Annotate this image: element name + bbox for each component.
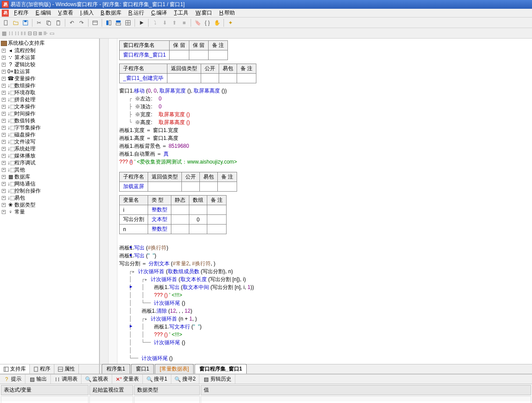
- redo-button[interactable]: ↷: [77, 18, 86, 27]
- tb2-btn9[interactable]: ⊪: [43, 30, 48, 36]
- expander-icon[interactable]: +: [2, 105, 6, 109]
- btab-search1[interactable]: 🔍搜寻1: [143, 374, 171, 384]
- code-line[interactable]: │ └── 计次循环尾 (): [119, 339, 530, 346]
- code-line[interactable]: │ │ 画板1.写出 (取文本中间 (写出分割 [n], i, 1)): [119, 283, 530, 291]
- expander-icon[interactable]: +: [2, 182, 6, 186]
- expander-icon[interactable]: +: [2, 161, 6, 165]
- tree-node[interactable]: +↓⬚文件读写: [1, 138, 98, 145]
- code-line[interactable]: 画板1.高度 ＝ 窗口1.高度: [119, 134, 530, 142]
- menu-window[interactable]: W.窗口: [192, 8, 216, 18]
- tb2-btn8[interactable]: ≣: [38, 30, 43, 36]
- expander-icon[interactable]: +: [2, 210, 6, 214]
- expander-icon[interactable]: +: [2, 140, 6, 144]
- expander-icon[interactable]: +: [2, 112, 6, 116]
- menu-help[interactable]: H.帮助: [216, 8, 238, 18]
- watch-table[interactable]: 表达式/变量 起始监视位置 数据类型 值: [0, 384, 532, 403]
- tree-node[interactable]: +❀数据类型: [1, 201, 98, 208]
- btab-clipboard[interactable]: ▤剪辑历史: [199, 374, 235, 384]
- tree-root[interactable]: 系统核心支持库: [1, 39, 98, 47]
- layout2-button[interactable]: [114, 18, 123, 27]
- tb2-btn4[interactable]: ⫴: [21, 30, 23, 36]
- tree-node[interactable]: +♀常量: [1, 208, 98, 215]
- tree-node[interactable]: +↓⬚数组操作: [1, 82, 98, 89]
- tree-node[interactable]: +▦数据库: [1, 173, 98, 180]
- window-button[interactable]: [91, 18, 99, 27]
- expander-icon[interactable]: +: [2, 98, 6, 102]
- table-row[interactable]: 加载蓝屏: [120, 182, 237, 192]
- code-line[interactable]: ┌▸ 计次循环首 (取数组成员数 (写出分割), n): [119, 267, 530, 275]
- expander-icon[interactable]: +: [2, 154, 6, 158]
- code-line[interactable]: │ ┌▸ 计次循环首 (n + 1, ): [119, 315, 530, 323]
- tree-node[interactable]: +☎变量操作: [1, 75, 98, 82]
- menu-insert[interactable]: I.插入: [77, 8, 97, 18]
- btab-output[interactable]: ▤输出: [25, 374, 51, 384]
- expander-icon[interactable]: +: [2, 126, 6, 130]
- btab-callstack[interactable]: ⫶⫶调用表: [51, 374, 82, 384]
- code-line[interactable]: 窗口1.移动 (0, 0, 取屏幕宽度 (), 取屏幕高度 ()): [119, 87, 530, 95]
- tree-node[interactable]: +↓⬚字节集操作: [1, 124, 98, 131]
- tree-node[interactable]: +↓⬚拼音处理: [1, 96, 98, 103]
- layout3-button[interactable]: [124, 18, 132, 27]
- expander-icon[interactable]: +: [2, 189, 6, 193]
- table-row[interactable]: n整数型: [120, 225, 227, 234]
- sidebar-tab-program[interactable]: 程序: [30, 364, 54, 374]
- expander-icon[interactable]: +: [2, 196, 6, 200]
- code-line[interactable]: 写出分割 ＝ 分割文本 (#常量2, #换行符, ): [119, 260, 530, 267]
- btab-watch[interactable]: 🔍监视表: [82, 374, 112, 384]
- table-row[interactable]: i整数型: [120, 205, 227, 215]
- code-line[interactable]: │ │ ??? () ' <!!!>: [119, 331, 530, 339]
- expander-icon[interactable]: +: [2, 84, 6, 88]
- code-line[interactable]: └ ※高度: 取屏幕高度 (): [119, 118, 530, 126]
- expander-icon[interactable]: +: [2, 77, 6, 81]
- copy-button[interactable]: [44, 18, 53, 27]
- tree-node[interactable]: +↓⬚媒体播放: [1, 152, 98, 159]
- run-button[interactable]: [137, 18, 146, 27]
- code-line[interactable]: 画板1.宽度 ＝ 窗口1.宽度: [119, 126, 530, 134]
- tab-constants[interactable]: [常量数据表]: [155, 364, 194, 374]
- paste-button[interactable]: [54, 18, 63, 27]
- expander-icon[interactable]: +: [2, 147, 6, 151]
- tab-winprocset[interactable]: 窗口程序集_窗口1: [195, 364, 247, 374]
- menu-database[interactable]: B.数据库: [97, 8, 125, 18]
- menu-run[interactable]: R.运行: [125, 8, 148, 18]
- tb2-btn10[interactable]: ▭: [50, 30, 54, 36]
- expander-icon[interactable]: +: [2, 175, 6, 179]
- menu-tools[interactable]: T.工具: [170, 8, 192, 18]
- code-line[interactable]: │: [119, 346, 530, 354]
- expander-icon[interactable]: +: [2, 63, 6, 67]
- code-line[interactable]: 画板1.自动重画 ＝ 真: [119, 150, 530, 158]
- tree-node[interactable]: +↓⬚系统处理: [1, 145, 98, 152]
- star-button[interactable]: ✦: [226, 18, 235, 27]
- tree-node[interactable]: +◂流程控制: [1, 47, 98, 54]
- expander-icon[interactable]: +: [2, 133, 6, 137]
- table-row[interactable]: 写出分割文本型0: [120, 215, 227, 225]
- step-over-button[interactable]: ⤵: [151, 18, 160, 27]
- expander-icon[interactable]: +: [2, 119, 6, 123]
- hand-button[interactable]: ✋: [213, 18, 221, 27]
- step-into-button[interactable]: ⬇: [160, 18, 169, 27]
- menu-edit[interactable]: E.编辑: [32, 8, 54, 18]
- code-line[interactable]: ┌ ※左边: 0: [119, 95, 530, 103]
- tree-node[interactable]: +?逻辑比较: [1, 61, 98, 68]
- tb2-btn5[interactable]: ⫴: [24, 30, 26, 36]
- code-line[interactable]: 画板1.画板背景色 ＝ 8519680: [119, 142, 530, 150]
- tree-node[interactable]: +↓⬚时间操作: [1, 110, 98, 117]
- code-line[interactable]: │ │ ??? () ' <!!!>: [119, 291, 530, 299]
- code-line[interactable]: └── 计次循环尾 (): [119, 354, 530, 362]
- code-editor[interactable]: 窗口程序集名保 留保 留备 注 窗口程序集_窗口1 子程序名返回值类型公开易包备…: [100, 39, 532, 364]
- layout1-button[interactable]: [104, 18, 113, 27]
- tb2-btn2[interactable]: ⫶⫶: [8, 30, 14, 36]
- table-row[interactable]: [1, 396, 531, 403]
- bookmark-button[interactable]: 🔖: [193, 18, 202, 27]
- cut-button[interactable]: ✂: [35, 18, 43, 27]
- code-line[interactable]: 画板1.写出 (#换行符): [119, 244, 530, 252]
- tree-node[interactable]: +↓⬚环境存取: [1, 89, 98, 96]
- expander-icon[interactable]: +: [2, 203, 6, 207]
- menu-program[interactable]: F.程序: [11, 8, 32, 18]
- tree-node[interactable]: +↓⬚文本操作: [1, 103, 98, 110]
- open-button[interactable]: [11, 18, 20, 27]
- code-line[interactable]: ??? () ' <爱收集资源网测试：www.aishoujizy.com>: [119, 158, 530, 166]
- code-line[interactable]: ├ ※宽度: 取屏幕宽度 (): [119, 111, 530, 118]
- expander-icon[interactable]: +: [2, 70, 6, 74]
- menu-compile[interactable]: C.编译: [148, 8, 170, 18]
